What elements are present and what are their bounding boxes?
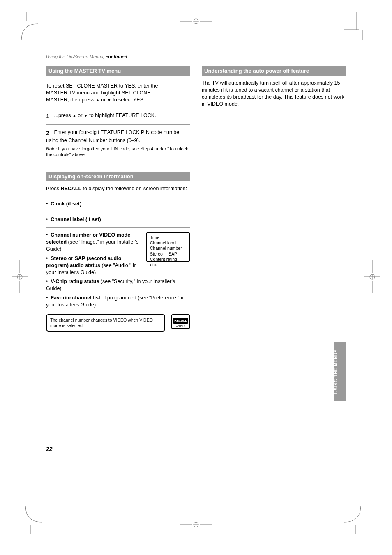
recall-button-graphic: RECALL CH RTN bbox=[171, 314, 190, 329]
step-1: 1 ...press ▲ or ▼ to highlight FEATURE L… bbox=[46, 111, 190, 122]
svg-point-25 bbox=[370, 274, 375, 279]
step-2: 2 Enter your four-digit FEATURE LOCK PIN… bbox=[46, 127, 190, 159]
registration-mark-top bbox=[180, 13, 212, 31]
osd-bullet-3: Time Channel label Channel number Stereo… bbox=[46, 230, 190, 310]
breadcrumb-strong: continued bbox=[106, 54, 127, 59]
step2-a: Enter your four-digit FEATURE LOCK PIN c… bbox=[54, 129, 181, 135]
triangle-up-icon: ▲ bbox=[96, 98, 100, 102]
panel-line-1: Time bbox=[150, 235, 186, 240]
breadcrumb-prefix: Using the On-Screen Menus, bbox=[46, 54, 106, 59]
triangle-down-icon: ▼ bbox=[107, 98, 111, 102]
osd-example-panel: Time Channel label Channel number Stereo… bbox=[146, 232, 190, 262]
step0-line-a: To reset SET CLONE MASTER to YES, enter … bbox=[46, 83, 158, 89]
osd-b6-pre: Favorite channel list bbox=[51, 295, 100, 301]
step2-note-label: Note: bbox=[46, 146, 58, 151]
callout-text: The channel number changes to VIDEO when… bbox=[47, 315, 164, 331]
crop-mark-top-left bbox=[9, 12, 38, 40]
step0-line-c-pre: MASTER; then press bbox=[46, 97, 96, 103]
auto-power-off-body: The TV will automatically turn itself of… bbox=[202, 78, 346, 109]
crop-mark-top-right bbox=[344, 12, 373, 40]
panel-line-5: SAP bbox=[168, 251, 177, 257]
osd-b5-pre: V-Chip rating status bbox=[51, 279, 99, 284]
step2-b: using the Channel Number buttons (0–9). bbox=[46, 138, 140, 143]
osd-bullet-1: • Clock (if set) bbox=[46, 199, 190, 209]
panel-line-6: Content rating bbox=[150, 257, 186, 262]
osd-lead-btn: RECALL bbox=[60, 186, 81, 191]
section-osd-info-head: Displaying on-screen information bbox=[46, 172, 190, 181]
osd-b1: Clock (if set) bbox=[51, 201, 81, 207]
recall-button-label: RECALL bbox=[173, 318, 188, 324]
callout-box: The channel number changes to VIDEO when… bbox=[46, 314, 165, 332]
step-0: To reset SET CLONE MASTER to YES, enter … bbox=[46, 81, 190, 105]
section-master-tv-head: Using the MASTER TV menu bbox=[46, 66, 190, 76]
crop-mark-bottom-left bbox=[13, 506, 42, 534]
panel-line-4: Stereo bbox=[150, 251, 163, 257]
step0-line-c-post: to select YES... bbox=[111, 97, 148, 103]
svg-point-4 bbox=[194, 19, 198, 24]
crop-mark-bottom-right bbox=[344, 506, 373, 534]
step-2-number: 2 bbox=[46, 129, 53, 137]
osd-b2: Channel label (if set) bbox=[51, 216, 101, 222]
panel-line-3: Channel number bbox=[150, 246, 186, 251]
step2-note: If you have forgotten your PIN code, see… bbox=[46, 146, 188, 157]
side-tab: Using the Menus bbox=[334, 342, 346, 401]
step1-pre: ...press bbox=[54, 113, 72, 118]
breadcrumb: Using the On-Screen Menus, continued bbox=[46, 54, 346, 61]
registration-mark-right bbox=[364, 260, 380, 295]
section-auto-power-off-head: Understanding the auto power off feature bbox=[202, 66, 346, 76]
osd-lead: Press RECALL to display the following on… bbox=[46, 184, 190, 194]
svg-point-18 bbox=[17, 274, 22, 279]
registration-mark-bottom bbox=[180, 516, 212, 534]
left-column: Using the MASTER TV menu To reset SET CL… bbox=[46, 63, 190, 332]
panel-line-2: Channel label bbox=[150, 240, 186, 246]
step1-post: to highlight FEATURE LOCK. bbox=[88, 113, 156, 118]
triangle-down-icon: ▼ bbox=[84, 113, 88, 118]
svg-point-11 bbox=[194, 522, 198, 527]
osd-bullet-2: • Channel label (if set) bbox=[46, 214, 190, 225]
registration-mark-left bbox=[12, 260, 28, 295]
step0-line-b: MASTER TV menu and highlight SET CLONE bbox=[46, 90, 151, 96]
step-1-number: 1 bbox=[46, 112, 53, 120]
triangle-up-icon: ▲ bbox=[72, 113, 76, 118]
step1-mid: or bbox=[76, 113, 84, 118]
right-column: Understanding the auto power off feature… bbox=[202, 63, 346, 332]
page-number: 22 bbox=[46, 446, 53, 452]
osd-lead-post: to display the following on-screen infor… bbox=[81, 186, 187, 191]
panel-line-7: etc. bbox=[150, 262, 186, 268]
osd-lead-pre: Press bbox=[46, 186, 60, 191]
recall-button-sublabel: CH RTN bbox=[173, 324, 188, 327]
